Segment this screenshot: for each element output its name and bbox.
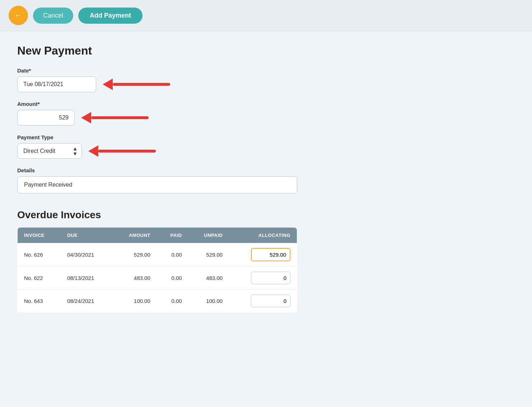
- table-cell: 529.00: [188, 243, 229, 267]
- overdue-invoices-title: Overdue Invoices: [17, 209, 515, 221]
- col-header-invoice: INVOICE: [18, 228, 61, 243]
- invoice-table-header: INVOICE DUE AMOUNT PAID UNPAID ALLOCATIN…: [18, 228, 297, 243]
- payment-type-wrapper: Direct Credit Cash Cheque Bank Transfer …: [17, 143, 82, 159]
- table-row: No. 64308/24/2021100.000.00100.00: [18, 290, 297, 313]
- details-label: Details: [17, 167, 515, 173]
- col-header-paid: PAID: [157, 228, 188, 243]
- table-cell: 08/13/2021: [61, 267, 112, 290]
- date-input[interactable]: [17, 76, 96, 92]
- table-cell: 0.00: [157, 243, 188, 267]
- payment-type-label: Payment Type: [17, 134, 515, 140]
- arrow-head: [103, 79, 113, 90]
- allocating-input[interactable]: [251, 248, 290, 261]
- table-cell: 529.00: [112, 243, 157, 267]
- add-payment-button[interactable]: Add Payment: [78, 8, 143, 24]
- date-annotation-arrow: [103, 79, 170, 90]
- table-cell: 08/24/2021: [61, 290, 112, 313]
- col-header-amount: AMOUNT: [112, 228, 157, 243]
- main-content: New Payment Date* Amount* Payment Type: [0, 31, 532, 326]
- arrow-line-amount: [91, 116, 149, 119]
- col-header-due: DUE: [61, 228, 112, 243]
- table-cell: 0.00: [157, 267, 188, 290]
- table-cell: 04/30/2021: [61, 243, 112, 267]
- allocating-input[interactable]: [251, 295, 290, 307]
- table-cell: 483.00: [188, 267, 229, 290]
- amount-input[interactable]: [17, 110, 75, 126]
- amount-label: Amount*: [17, 101, 515, 107]
- payment-type-row: Direct Credit Cash Cheque Bank Transfer …: [17, 143, 515, 159]
- back-icon: ←: [14, 11, 22, 20]
- allocating-cell: [229, 267, 297, 290]
- top-bar: ← Cancel Add Payment: [0, 0, 532, 31]
- arrow-head-amount: [81, 112, 91, 123]
- table-row: No. 62208/13/2021483.000.00483.00: [18, 267, 297, 290]
- amount-annotation-arrow: [82, 112, 149, 123]
- cancel-button[interactable]: Cancel: [33, 8, 73, 24]
- arrow-line-payment: [98, 150, 156, 153]
- header-row: INVOICE DUE AMOUNT PAID UNPAID ALLOCATIN…: [18, 228, 297, 243]
- invoice-table: INVOICE DUE AMOUNT PAID UNPAID ALLOCATIN…: [17, 227, 297, 313]
- details-input[interactable]: [17, 176, 297, 193]
- col-header-allocating: ALLOCATING: [229, 228, 297, 243]
- table-cell: 100.00: [188, 290, 229, 313]
- payment-type-field-group: Payment Type Direct Credit Cash Cheque B…: [17, 134, 515, 159]
- amount-row: [17, 110, 515, 126]
- table-cell: No. 626: [18, 243, 61, 267]
- payment-type-select[interactable]: Direct Credit Cash Cheque Bank Transfer: [17, 143, 82, 159]
- invoice-table-body: No. 62604/30/2021529.000.00529.00No. 622…: [18, 243, 297, 313]
- back-button[interactable]: ←: [9, 6, 28, 25]
- table-cell: No. 643: [18, 290, 61, 313]
- col-header-unpaid: UNPAID: [188, 228, 229, 243]
- date-row: [17, 76, 515, 92]
- table-row: No. 62604/30/2021529.000.00529.00: [18, 243, 297, 267]
- arrow-head-payment: [88, 145, 98, 157]
- payment-type-annotation-arrow: [89, 145, 156, 157]
- allocating-cell: [229, 243, 297, 267]
- date-field-group: Date*: [17, 67, 515, 92]
- page-title: New Payment: [17, 44, 515, 57]
- date-label: Date*: [17, 67, 515, 74]
- table-cell: 0.00: [157, 290, 188, 313]
- table-cell: 100.00: [112, 290, 157, 313]
- table-cell: 483.00: [112, 267, 157, 290]
- allocating-input[interactable]: [251, 272, 290, 284]
- table-cell: No. 622: [18, 267, 61, 290]
- allocating-cell: [229, 290, 297, 313]
- arrow-line: [113, 83, 170, 86]
- amount-field-group: Amount*: [17, 101, 515, 126]
- details-field-group: Details: [17, 167, 515, 193]
